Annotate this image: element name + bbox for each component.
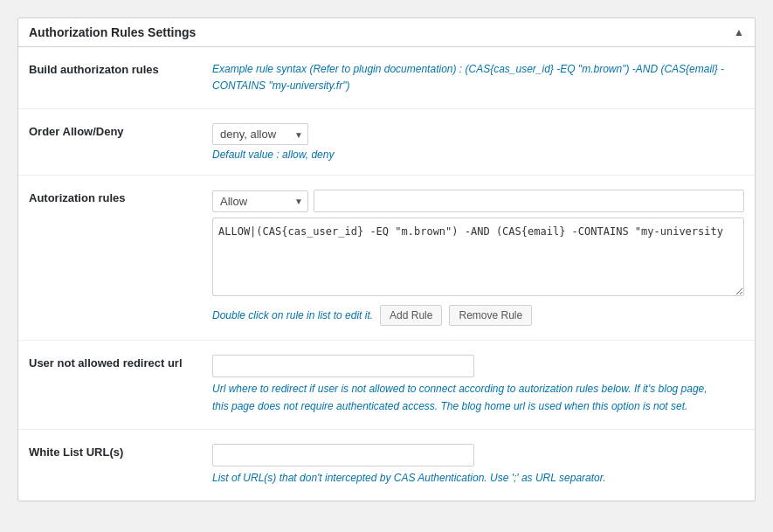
allow-deny-select[interactable]: Allow Deny [212, 190, 308, 212]
redirect-url-row: User not allowed redirect url Url where … [18, 341, 755, 429]
add-rule-button[interactable]: Add Rule [380, 305, 442, 326]
build-rules-content: Example rule syntax (Refer to plugin doc… [212, 61, 744, 94]
autorization-rules-area: Allow Deny ▼ ALLOW|(CAS{cas_user_id} -EQ… [212, 190, 744, 326]
redirect-url-input[interactable] [212, 355, 474, 377]
order-allow-deny-content: deny, allow allow, deny ▼ Default value … [212, 123, 744, 161]
rule-text-input[interactable] [314, 190, 744, 212]
whitelist-input[interactable] [212, 444, 474, 466]
order-allow-deny-label: Order Allow/Deny [29, 123, 212, 138]
authorization-rules-settings-panel: Authorization Rules Settings ▲ Build aut… [17, 17, 756, 501]
redirect-url-description: Url where to redirect if user is not all… [212, 381, 719, 414]
order-allow-deny-row: Order Allow/Deny deny, allow allow, deny… [18, 109, 755, 176]
allow-select-wrapper: Allow Deny ▼ [212, 190, 308, 212]
redirect-url-label: User not allowed redirect url [29, 355, 212, 370]
collapse-icon[interactable]: ▲ [734, 26, 744, 38]
rule-actions-row: Double click on rule in list to edit it.… [212, 305, 744, 326]
build-rules-label: Build authorizaton rules [29, 61, 212, 76]
build-rules-row: Build authorizaton rules Example rule sy… [18, 47, 755, 109]
rule-textarea[interactable]: ALLOW|(CAS{cas_user_id} -EQ "m.brown") -… [212, 218, 744, 296]
whitelist-label: White List URL(s) [29, 444, 212, 459]
autorization-rules-label: Autorization rules [29, 190, 212, 204]
autorization-rules-row: Autorization rules Allow Deny ▼ ALLOW [18, 176, 755, 341]
rule-hint-text: Double click on rule in list to edit it. [212, 309, 373, 321]
remove-rule-button[interactable]: Remove Rule [449, 305, 532, 326]
panel-header: Authorization Rules Settings ▲ [18, 18, 755, 47]
rule-input-row: Allow Deny ▼ [212, 190, 744, 212]
whitelist-row: White List URL(s) List of URL(s) that do… [18, 430, 755, 501]
build-rules-example-text: Example rule syntax (Refer to plugin doc… [212, 63, 724, 92]
whitelist-content: List of URL(s) that don't intercepted by… [212, 444, 744, 487]
autorization-rules-content: Allow Deny ▼ ALLOW|(CAS{cas_user_id} -EQ… [212, 190, 744, 326]
order-default-value-text: Default value : allow, deny [212, 149, 744, 161]
whitelist-description: List of URL(s) that don't intercepted by… [212, 470, 719, 487]
redirect-url-content: Url where to redirect if user is not all… [212, 355, 744, 414]
panel-title: Authorization Rules Settings [29, 25, 196, 39]
panel-body: Build authorizaton rules Example rule sy… [18, 47, 755, 501]
order-allow-deny-select[interactable]: deny, allow allow, deny [212, 123, 308, 145]
order-select-wrapper: deny, allow allow, deny ▼ [212, 123, 308, 145]
